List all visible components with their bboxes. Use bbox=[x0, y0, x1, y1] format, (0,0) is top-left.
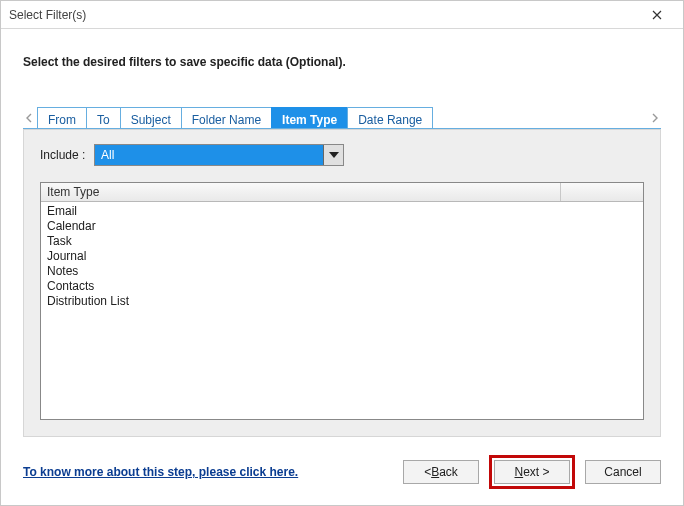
include-select[interactable]: All bbox=[94, 144, 344, 166]
tab-date-range[interactable]: Date Range bbox=[347, 107, 433, 129]
cancel-button[interactable]: Cancel bbox=[585, 460, 661, 484]
list-header-row: Item Type bbox=[41, 183, 643, 202]
back-button[interactable]: < Back bbox=[403, 460, 479, 484]
next-button-highlight: Next > bbox=[489, 455, 575, 489]
tab-scroll-left-icon[interactable] bbox=[23, 107, 35, 129]
tabstrip: FromToSubjectFolder NameItem TypeDate Ra… bbox=[37, 107, 647, 129]
dropdown-arrow-icon[interactable] bbox=[323, 145, 343, 165]
back-underline: B bbox=[431, 465, 439, 479]
close-button[interactable] bbox=[637, 2, 677, 28]
list-item[interactable]: Task bbox=[47, 234, 637, 249]
tab-folder-name[interactable]: Folder Name bbox=[181, 107, 272, 129]
content-area: Select the desired filters to save speci… bbox=[1, 29, 683, 505]
include-select-value: All bbox=[95, 148, 323, 162]
list-item[interactable]: Calendar bbox=[47, 219, 637, 234]
window-title: Select Filter(s) bbox=[9, 8, 637, 22]
list-header-item-type[interactable]: Item Type bbox=[41, 183, 561, 201]
list-item[interactable]: Notes bbox=[47, 264, 637, 279]
include-row: Include : All bbox=[40, 144, 644, 166]
titlebar: Select Filter(s) bbox=[1, 1, 683, 29]
instruction-text: Select the desired filters to save speci… bbox=[23, 55, 346, 69]
back-prefix: < bbox=[424, 465, 431, 479]
next-rest: ext > bbox=[523, 465, 549, 479]
next-button[interactable]: Next > bbox=[494, 460, 570, 484]
include-label: Include : bbox=[40, 148, 94, 162]
tab-subject[interactable]: Subject bbox=[120, 107, 182, 129]
dialog-window: Select Filter(s) Select the desired filt… bbox=[0, 0, 684, 506]
back-rest: ack bbox=[439, 465, 458, 479]
list-item[interactable]: Email bbox=[47, 204, 637, 219]
item-type-list[interactable]: Item Type EmailCalendarTaskJournalNotesC… bbox=[40, 182, 644, 420]
list-item[interactable]: Contacts bbox=[47, 279, 637, 294]
help-link[interactable]: To know more about this step, please cli… bbox=[23, 465, 298, 479]
list-body: EmailCalendarTaskJournalNotesContactsDis… bbox=[41, 202, 643, 311]
next-underline: N bbox=[514, 465, 523, 479]
tab-to[interactable]: To bbox=[86, 107, 121, 129]
tab-row: FromToSubjectFolder NameItem TypeDate Ra… bbox=[23, 107, 661, 129]
tab-item-type[interactable]: Item Type bbox=[271, 107, 348, 129]
filter-panel: Include : All Item Type EmailCalendarTas… bbox=[23, 129, 661, 437]
footer: To know more about this step, please cli… bbox=[23, 457, 661, 487]
list-item[interactable]: Journal bbox=[47, 249, 637, 264]
list-item[interactable]: Distribution List bbox=[47, 294, 637, 309]
tab-from[interactable]: From bbox=[37, 107, 87, 129]
tab-scroll-right-icon[interactable] bbox=[649, 107, 661, 129]
